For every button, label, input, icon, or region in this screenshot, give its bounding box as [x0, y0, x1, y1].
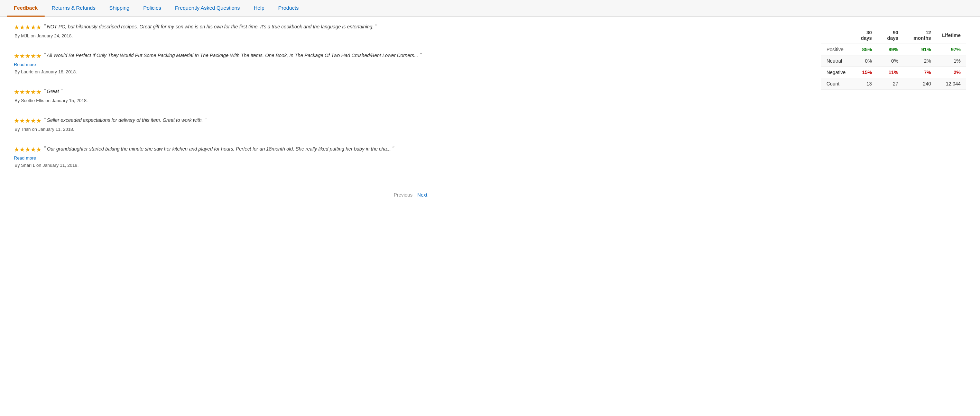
- neutral-12months: 2%: [904, 55, 937, 67]
- star-rating: ★★★★★: [14, 146, 41, 153]
- positive-12months: 91%: [904, 44, 937, 55]
- count-lifetime: 12,044: [936, 78, 966, 90]
- next-button[interactable]: Next: [417, 192, 427, 198]
- header-12months: 12 months: [904, 27, 937, 44]
- row-label-positive: Positive: [821, 44, 851, 55]
- review-text: " Seller exceeded expectations for deliv…: [44, 117, 206, 123]
- tab-products[interactable]: Products: [271, 0, 305, 17]
- navigation-tabs: Feedback Returns & Refunds Shipping Poli…: [0, 0, 980, 17]
- review-text: " Our granddaughter started baking the m…: [44, 146, 394, 152]
- neutral-lifetime: 1%: [936, 55, 966, 67]
- review-author: By MJL on January 24, 2018.: [14, 33, 807, 38]
- tab-shipping[interactable]: Shipping: [102, 0, 136, 17]
- tab-help[interactable]: Help: [247, 0, 272, 17]
- list-item: ★★★★★ " All Would Be Perfect If Only The…: [14, 52, 807, 78]
- tab-returns-refunds[interactable]: Returns & Refunds: [45, 0, 102, 17]
- table-row: Negative 15% 11% 7% 2%: [821, 67, 966, 78]
- review-author: By Laurie on January 18, 2018.: [14, 69, 807, 75]
- star-rating: ★★★★★: [14, 88, 41, 96]
- count-12months: 240: [904, 78, 937, 90]
- main-content: ★★★★★ " NOT PC, but hilariously descripe…: [0, 17, 980, 212]
- read-more-link[interactable]: Read more: [14, 155, 807, 161]
- pagination: Previous Next: [14, 182, 807, 204]
- tab-feedback[interactable]: Feedback: [7, 0, 45, 17]
- list-item: ★★★★★ " Seller exceeded expectations for…: [14, 117, 807, 135]
- header-90days: 90 days: [877, 27, 904, 44]
- list-item: ★★★★★ " NOT PC, but hilariously descripe…: [14, 24, 807, 42]
- row-label-neutral: Neutral: [821, 55, 851, 67]
- negative-12months: 7%: [904, 67, 937, 78]
- stats-table: 30 days 90 days 12 months Lifetime Posit…: [821, 27, 966, 90]
- previous-button[interactable]: Previous: [393, 192, 412, 198]
- positive-90days: 89%: [877, 44, 904, 55]
- count-30days: 13: [851, 78, 877, 90]
- review-text: " All Would Be Perfect If Only They Woul…: [44, 52, 422, 59]
- negative-30days: 15%: [851, 67, 877, 78]
- star-rating: ★★★★★: [14, 52, 41, 60]
- negative-90days: 11%: [877, 67, 904, 78]
- table-header-row: 30 days 90 days 12 months Lifetime: [821, 27, 966, 44]
- star-rating: ★★★★★: [14, 117, 41, 124]
- tab-faq[interactable]: Frequently Asked Questions: [168, 0, 247, 17]
- review-text: " Great ": [44, 88, 62, 94]
- row-label-negative: Negative: [821, 67, 851, 78]
- read-more-link[interactable]: Read more: [14, 62, 807, 67]
- negative-lifetime: 2%: [936, 67, 966, 78]
- review-author: By Shari L on January 11, 2018.: [14, 163, 807, 168]
- review-author: By Scottie Ellis on January 15, 2018.: [14, 98, 807, 103]
- stats-section: 30 days 90 days 12 months Lifetime Posit…: [821, 24, 966, 204]
- header-label: [821, 27, 851, 44]
- header-30days: 30 days: [851, 27, 877, 44]
- list-item: ★★★★★ " Great " By Scottie Ellis on Janu…: [14, 88, 807, 107]
- table-row: Neutral 0% 0% 2% 1%: [821, 55, 966, 67]
- row-label-count: Count: [821, 78, 851, 90]
- review-text: " NOT PC, but hilariously descriped reci…: [44, 24, 377, 30]
- reviews-section: ★★★★★ " NOT PC, but hilariously descripe…: [14, 24, 807, 204]
- header-lifetime: Lifetime: [936, 27, 966, 44]
- neutral-90days: 0%: [877, 55, 904, 67]
- tab-policies[interactable]: Policies: [136, 0, 168, 17]
- positive-30days: 85%: [851, 44, 877, 55]
- star-rating: ★★★★★: [14, 24, 41, 31]
- count-90days: 27: [877, 78, 904, 90]
- table-row: Count 13 27 240 12,044: [821, 78, 966, 90]
- review-author: By Trish on January 11, 2018.: [14, 127, 807, 132]
- positive-lifetime: 97%: [936, 44, 966, 55]
- neutral-30days: 0%: [851, 55, 877, 67]
- list-item: ★★★★★ " Our granddaughter started baking…: [14, 146, 807, 171]
- table-row: Positive 85% 89% 91% 97%: [821, 44, 966, 55]
